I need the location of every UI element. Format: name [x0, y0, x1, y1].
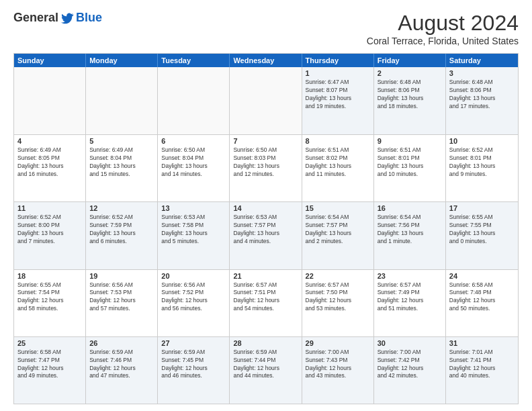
calendar-row: 4Sunrise: 6:49 AM Sunset: 8:05 PM Daylig…	[14, 134, 518, 201]
calendar-cell: 26Sunrise: 6:59 AM Sunset: 7:46 PM Dayli…	[86, 337, 158, 404]
calendar-body: 1Sunrise: 6:47 AM Sunset: 8:07 PM Daylig…	[14, 67, 518, 404]
day-info: Sunrise: 6:55 AM Sunset: 7:55 PM Dayligh…	[449, 214, 515, 246]
calendar-cell: 23Sunrise: 6:57 AM Sunset: 7:49 PM Dayli…	[374, 270, 446, 336]
calendar-cell: 8Sunrise: 6:51 AM Sunset: 8:02 PM Daylig…	[302, 135, 374, 201]
calendar-cell: 18Sunrise: 6:55 AM Sunset: 7:54 PM Dayli…	[14, 270, 86, 336]
day-info: Sunrise: 6:50 AM Sunset: 8:03 PM Dayligh…	[233, 146, 298, 179]
calendar-cell: 17Sunrise: 6:55 AM Sunset: 7:55 PM Dayli…	[446, 202, 518, 269]
day-info: Sunrise: 6:51 AM Sunset: 8:02 PM Dayligh…	[306, 146, 370, 179]
day-number: 24	[449, 272, 515, 280]
calendar-row: 1Sunrise: 6:47 AM Sunset: 8:07 PM Daylig…	[14, 67, 518, 134]
calendar-cell: 6Sunrise: 6:50 AM Sunset: 8:04 PM Daylig…	[158, 135, 230, 201]
day-number: 11	[17, 204, 82, 212]
day-info: Sunrise: 6:55 AM Sunset: 7:54 PM Dayligh…	[17, 281, 82, 314]
day-number: 6	[161, 137, 226, 145]
day-info: Sunrise: 7:00 AM Sunset: 7:42 PM Dayligh…	[378, 349, 442, 381]
day-info: Sunrise: 6:58 AM Sunset: 7:48 PM Dayligh…	[449, 281, 515, 314]
calendar-day-header: Monday	[86, 54, 158, 67]
day-number: 13	[161, 204, 226, 212]
calendar-row: 18Sunrise: 6:55 AM Sunset: 7:54 PM Dayli…	[14, 269, 518, 336]
calendar-cell: 20Sunrise: 6:56 AM Sunset: 7:52 PM Dayli…	[158, 270, 230, 336]
calendar-cell: 30Sunrise: 7:00 AM Sunset: 7:42 PM Dayli…	[374, 337, 446, 404]
calendar-day-header: Saturday	[446, 54, 518, 67]
day-number: 23	[378, 272, 442, 280]
logo: General Blue	[13, 11, 102, 25]
calendar-cell: 12Sunrise: 6:52 AM Sunset: 7:59 PM Dayli…	[86, 202, 158, 269]
day-number: 10	[449, 137, 515, 145]
day-info: Sunrise: 6:47 AM Sunset: 8:07 PM Dayligh…	[306, 79, 370, 111]
day-number: 9	[378, 137, 442, 145]
day-info: Sunrise: 6:54 AM Sunset: 7:56 PM Dayligh…	[378, 214, 442, 246]
calendar-cell: 27Sunrise: 6:59 AM Sunset: 7:45 PM Dayli…	[158, 337, 230, 404]
calendar-cell: 31Sunrise: 7:01 AM Sunset: 7:41 PM Dayli…	[446, 337, 518, 404]
day-number: 12	[89, 204, 154, 212]
calendar-day-header: Tuesday	[158, 54, 230, 67]
calendar-day-header: Wednesday	[230, 54, 302, 67]
header: General Blue August 2024 Coral Terrace, …	[13, 11, 519, 46]
day-info: Sunrise: 6:59 AM Sunset: 7:45 PM Dayligh…	[161, 349, 226, 381]
day-info: Sunrise: 6:58 AM Sunset: 7:47 PM Dayligh…	[17, 349, 82, 381]
month-year: August 2024	[367, 11, 519, 36]
calendar-cell: 11Sunrise: 6:52 AM Sunset: 8:00 PM Dayli…	[14, 202, 86, 269]
day-info: Sunrise: 6:52 AM Sunset: 8:00 PM Dayligh…	[17, 214, 82, 246]
day-info: Sunrise: 6:52 AM Sunset: 8:01 PM Dayligh…	[449, 146, 515, 179]
calendar-cell: 16Sunrise: 6:54 AM Sunset: 7:56 PM Dayli…	[374, 202, 446, 269]
day-info: Sunrise: 6:57 AM Sunset: 7:50 PM Dayligh…	[306, 281, 370, 314]
day-info: Sunrise: 6:49 AM Sunset: 8:04 PM Dayligh…	[89, 146, 154, 179]
calendar-header: SundayMondayTuesdayWednesdayThursdayFrid…	[14, 54, 518, 67]
day-info: Sunrise: 6:53 AM Sunset: 7:58 PM Dayligh…	[161, 214, 226, 246]
calendar-cell: 10Sunrise: 6:52 AM Sunset: 8:01 PM Dayli…	[446, 135, 518, 201]
calendar-day-header: Sunday	[14, 54, 86, 67]
calendar-day-header: Thursday	[302, 54, 374, 67]
calendar-cell: 2Sunrise: 6:48 AM Sunset: 8:06 PM Daylig…	[374, 67, 446, 134]
day-info: Sunrise: 6:56 AM Sunset: 7:52 PM Dayligh…	[161, 281, 226, 314]
day-info: Sunrise: 6:50 AM Sunset: 8:04 PM Dayligh…	[161, 146, 226, 179]
calendar-row: 25Sunrise: 6:58 AM Sunset: 7:47 PM Dayli…	[14, 336, 518, 404]
day-number: 31	[449, 339, 515, 347]
calendar-cell: 7Sunrise: 6:50 AM Sunset: 8:03 PM Daylig…	[230, 135, 302, 201]
day-number: 18	[17, 272, 82, 280]
day-info: Sunrise: 6:51 AM Sunset: 8:01 PM Dayligh…	[378, 146, 442, 179]
calendar-cell: 14Sunrise: 6:53 AM Sunset: 7:57 PM Dayli…	[230, 202, 302, 269]
calendar-cell	[14, 67, 86, 134]
day-number: 27	[161, 339, 226, 347]
day-number: 17	[449, 204, 515, 212]
page: General Blue August 2024 Coral Terrace, …	[0, 0, 532, 411]
day-number: 30	[378, 339, 442, 347]
day-number: 3	[449, 69, 515, 77]
day-number: 28	[233, 339, 298, 347]
calendar-cell: 1Sunrise: 6:47 AM Sunset: 8:07 PM Daylig…	[302, 67, 374, 134]
day-number: 4	[17, 137, 82, 145]
day-info: Sunrise: 6:49 AM Sunset: 8:05 PM Dayligh…	[17, 146, 82, 179]
day-number: 14	[233, 204, 298, 212]
calendar-cell: 29Sunrise: 7:00 AM Sunset: 7:43 PM Dayli…	[302, 337, 374, 404]
day-number: 20	[161, 272, 226, 280]
calendar-day-header: Friday	[374, 54, 446, 67]
day-info: Sunrise: 6:54 AM Sunset: 7:57 PM Dayligh…	[306, 214, 370, 246]
day-info: Sunrise: 6:59 AM Sunset: 7:44 PM Dayligh…	[233, 349, 298, 381]
calendar-cell: 28Sunrise: 6:59 AM Sunset: 7:44 PM Dayli…	[230, 337, 302, 404]
day-number: 8	[306, 137, 370, 145]
day-number: 15	[306, 204, 370, 212]
day-info: Sunrise: 6:53 AM Sunset: 7:57 PM Dayligh…	[233, 214, 298, 246]
calendar-cell: 22Sunrise: 6:57 AM Sunset: 7:50 PM Dayli…	[302, 270, 374, 336]
calendar-row: 11Sunrise: 6:52 AM Sunset: 8:00 PM Dayli…	[14, 201, 518, 269]
day-number: 5	[89, 137, 154, 145]
calendar-cell: 19Sunrise: 6:56 AM Sunset: 7:53 PM Dayli…	[86, 270, 158, 336]
calendar-cell	[230, 67, 302, 134]
calendar-cell: 3Sunrise: 6:48 AM Sunset: 8:06 PM Daylig…	[446, 67, 518, 134]
day-number: 22	[306, 272, 370, 280]
location: Coral Terrace, Florida, United States	[367, 36, 519, 46]
calendar-cell: 13Sunrise: 6:53 AM Sunset: 7:58 PM Dayli…	[158, 202, 230, 269]
calendar-cell: 24Sunrise: 6:58 AM Sunset: 7:48 PM Dayli…	[446, 270, 518, 336]
day-number: 7	[233, 137, 298, 145]
day-number: 16	[378, 204, 442, 212]
day-info: Sunrise: 6:48 AM Sunset: 8:06 PM Dayligh…	[378, 79, 442, 111]
calendar-cell	[158, 67, 230, 134]
day-number: 1	[306, 69, 370, 77]
logo-blue-text: Blue	[76, 11, 102, 25]
day-info: Sunrise: 6:59 AM Sunset: 7:46 PM Dayligh…	[89, 349, 154, 381]
calendar-cell: 5Sunrise: 6:49 AM Sunset: 8:04 PM Daylig…	[86, 135, 158, 201]
logo-bird-icon	[61, 11, 75, 25]
day-info: Sunrise: 6:48 AM Sunset: 8:06 PM Dayligh…	[449, 79, 515, 111]
